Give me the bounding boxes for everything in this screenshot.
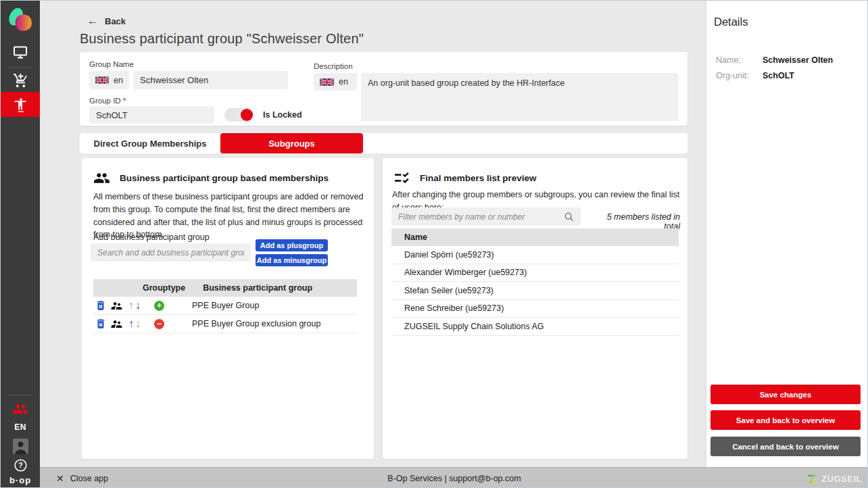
membership-group-name: PPE Buyer Group [192,301,259,310]
app-logo[interactable] [1,5,40,36]
trash-delete-icon [95,318,107,330]
move-up-button[interactable]: ↑ [128,318,134,329]
group-icon [93,170,110,187]
plusgroup-badge: + [154,301,164,311]
members-icon [110,299,123,312]
uk-flag-icon [320,78,334,87]
help-icon: ? [14,458,28,472]
membership-row: ↑ ↓ + PPE Buyer Group [93,297,357,315]
group-name-input[interactable] [133,71,288,89]
checklist-icon [393,170,410,187]
group-header: Business participant group [203,283,312,293]
description-textarea[interactable]: An org-unit based group created by the H… [361,73,678,121]
person-accessibility-icon [12,97,28,113]
close-app-label: Close app [70,474,108,483]
view-members-button[interactable] [110,299,123,312]
membership-row: ↑ ↓ − PPE Buyer Group exclusion group [93,315,357,333]
tab-bar: Direct Group Memberships Subgroups [80,133,688,153]
description-lang-chip[interactable]: en [314,73,357,91]
is-locked-label: Is Locked [263,110,302,120]
monitor-icon [12,44,28,60]
toggle-knob [241,109,253,121]
tab-subgroups-label: Subgroups [268,139,315,149]
grouptype-header: Grouptype [143,283,185,293]
close-icon: ✕ [56,474,64,483]
rail-divider [8,68,32,68]
details-name-label: Name: [716,55,741,65]
group-form-card: Group Name en Group ID * Is Locked Descr… [80,52,688,126]
memberships-panel: Business participant group based members… [82,158,374,459]
sidebar-item-groups[interactable] [1,400,40,418]
user-avatar[interactable] [1,437,40,456]
bop-brand-label: b·op [9,475,31,485]
language-label: EN [14,422,26,432]
memberships-table-header: Grouptype Business participant group [93,279,357,297]
group-name-label: Group Name [89,60,134,68]
move-up-button[interactable]: ↑ [128,300,134,311]
member-name: Rene Schreiber (ue59273) [404,303,504,313]
back-arrow-icon: ← [87,16,98,26]
zugseil-brand-label: ZUGSEIL [821,474,862,484]
close-app-button[interactable]: ✕ Close app [56,468,108,488]
search-icon[interactable] [564,212,575,222]
tab-subgroups[interactable]: Subgroups [220,133,363,153]
is-locked-toggle[interactable] [224,108,254,122]
cart-plus-icon [13,73,28,89]
move-down-button[interactable]: ↓ [135,300,141,311]
delete-row-button[interactable] [95,318,107,330]
sidebar-item-shop[interactable] [1,70,40,91]
move-down-button[interactable]: ↓ [135,318,141,329]
add-plusgroup-button[interactable]: Add as plusgroup [256,239,328,251]
member-name: Alexander Wimberger (ue59273) [404,268,527,277]
details-orgunit-label: Org-unit: [716,71,749,80]
view-members-button[interactable] [110,318,123,331]
save-changes-button[interactable]: Save changes [710,385,861,404]
svg-text:?: ? [18,461,22,469]
filter-members-input[interactable] [391,208,581,226]
add-minusgroup-button[interactable]: Add as minusgroup [256,254,328,266]
group-id-label: Group ID * [89,97,126,105]
back-label: Back [105,16,126,26]
app-logo-icon [6,6,34,34]
member-name: Daniel Spörri (ue59273) [404,250,494,260]
group-red-icon [12,401,28,417]
member-name: Stefan Seiler (ue59273) [404,286,493,295]
details-name-value: Schweisser Olten [763,55,833,65]
member-row: Daniel Spörri (ue59273) [391,246,679,264]
save-back-button[interactable]: Save and back to overview [710,410,861,430]
sidebar-item-participants[interactable] [1,92,40,117]
language-switch[interactable]: EN [1,420,40,434]
delete-row-button[interactable] [95,299,107,312]
group-name-lang-chip[interactable]: en [89,71,129,89]
footer-bar: B-Op Services | support@b-op.com ✕ Close… [40,467,868,488]
trash-delete-icon [95,299,107,312]
details-title: Details [714,16,748,28]
tab-direct-group-memberships[interactable]: Direct Group Memberships [80,133,220,153]
help-button[interactable]: ? [1,457,40,473]
group-name-lang: en [114,76,123,85]
name-header: Name [404,233,427,242]
avatar-icon [12,438,29,455]
zugseil-z-icon [807,474,817,484]
details-panel: Details Name: Schweisser Olten Org-unit:… [706,1,868,467]
final-members-panel: Final members list preview After changin… [383,158,688,459]
left-rail: EN ? b·op [1,1,40,488]
group-search-input[interactable] [91,243,251,262]
uk-flag-icon [95,76,109,84]
final-members-title: Final members list preview [420,173,537,183]
group-id-input[interactable] [89,106,214,124]
members-table-header: Name [391,228,679,246]
group-id-label-text: Group ID [89,97,121,105]
description-lang: en [339,77,348,87]
required-asterisk: * [123,97,126,105]
details-orgunit-value: SchOLT [763,71,794,80]
back-button[interactable]: ← Back [87,16,126,26]
member-row: ZUGSEIL Supply Chain Solutions AG [391,318,679,336]
membership-group-name: PPE Buyer Group exclusion group [192,319,320,328]
description-label: Description [314,62,353,70]
sidebar-item-desktop[interactable] [1,41,40,63]
cancel-back-button[interactable]: Cancel and back to overview [710,437,861,456]
add-group-label: Add business participant group [93,231,210,244]
tab-direct-label: Direct Group Memberships [94,139,207,149]
rail-divider-bottom [8,395,32,395]
